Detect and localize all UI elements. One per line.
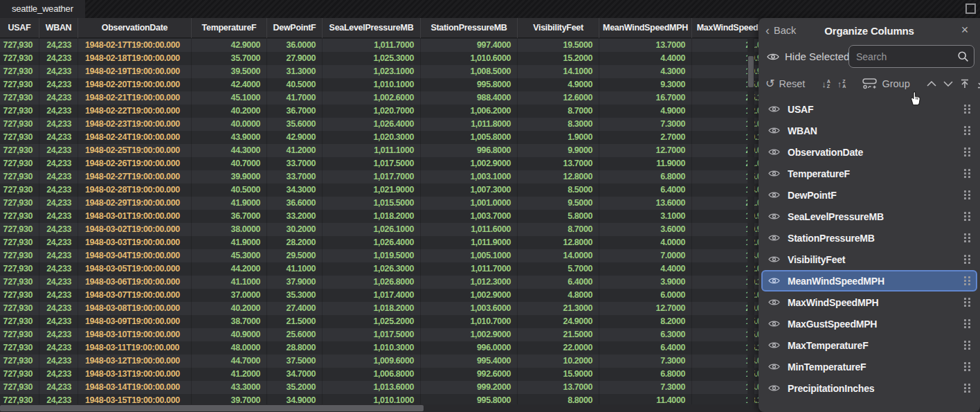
drag-handle-icon[interactable]: [964, 212, 970, 221]
organize-column-item-observationdate[interactable]: ObservationDate: [761, 141, 977, 163]
column-header-usaf[interactable]: USAF: [0, 18, 39, 38]
organize-column-item-mintemperaturef[interactable]: MinTemperatureF: [761, 356, 977, 377]
eye-icon[interactable]: [768, 363, 780, 370]
table-row: 727,93024,2331948-02-29T19:00:00.00041.9…: [0, 197, 759, 210]
column-header-sealevelpressuremb[interactable]: SeaLevelPressureMB: [323, 18, 421, 38]
table-cell: 10.2000: [518, 355, 599, 368]
column-label: PrecipitationInches: [788, 383, 956, 394]
table-cell: 9.3000: [599, 78, 692, 91]
group-button[interactable]: Group: [862, 78, 909, 89]
column-label: TemperatureF: [788, 168, 956, 179]
eye-icon[interactable]: [768, 105, 780, 113]
organize-column-item-temperaturef[interactable]: TemperatureF: [761, 163, 977, 184]
table-cell: 24,233: [39, 262, 78, 276]
organize-column-item-usaf[interactable]: USAF: [761, 98, 977, 120]
table-cell: 727,930: [0, 118, 39, 131]
organize-column-item-maxwindspeedmph[interactable]: MaxWindSpeedMPH: [761, 292, 977, 313]
organize-column-item-stationpressuremb[interactable]: StationPressureMB: [761, 227, 977, 249]
eye-icon[interactable]: [768, 256, 780, 263]
table-cell: 45.3000: [192, 249, 267, 262]
sort-ascending-button[interactable]: ↓ AZ: [822, 79, 831, 89]
eye-icon[interactable]: [768, 341, 780, 349]
table-cell: 1948-03-02T19:00:00.000: [78, 223, 192, 236]
organize-column-item-maxtemperaturef[interactable]: MaxTemperatureF: [761, 334, 977, 356]
window-maximize-icon[interactable]: [965, 3, 976, 14]
organize-column-item-sealevelpressuremb[interactable]: SeaLevelPressureMB: [761, 206, 977, 227]
eye-icon[interactable]: [768, 213, 780, 220]
table-cell: 24.9000: [518, 315, 599, 328]
group-icon: [862, 78, 878, 89]
drag-handle-icon[interactable]: [964, 233, 970, 242]
eye-icon[interactable]: [768, 148, 780, 156]
column-label: MaxTemperatureF: [788, 340, 956, 351]
drag-handle-icon[interactable]: [964, 169, 970, 178]
search-input[interactable]: [849, 45, 974, 68]
table-row: 727,93024,2331948-03-06T19:00:00.00041.1…: [0, 276, 759, 289]
vertical-scrollbar[interactable]: [747, 38, 754, 404]
drag-handle-icon[interactable]: [964, 341, 970, 350]
table-cell: 1948-03-14T19:00:00.000: [78, 381, 192, 394]
organize-column-item-maxgustspeedmph[interactable]: MaxGustSpeedMPH: [761, 313, 977, 334]
vertical-scrollbar-thumb[interactable]: [748, 56, 754, 87]
sort-descending-button[interactable]: ↑ ZA: [837, 79, 846, 89]
eye-icon[interactable]: [768, 298, 780, 306]
drag-handle-icon[interactable]: [964, 126, 970, 135]
horizontal-scrollbar-thumb[interactable]: [0, 405, 424, 411]
close-icon[interactable]: ×: [958, 23, 972, 37]
table-cell: 1948-02-23T19:00:00.000: [78, 118, 192, 131]
organize-column-item-meanwindspeedmph[interactable]: MeanWindSpeedMPH: [761, 270, 977, 292]
drag-handle-icon[interactable]: [964, 276, 970, 285]
table-row: 727,93024,2331948-02-28T19:00:00.00040.5…: [0, 183, 759, 197]
eye-icon[interactable]: [768, 127, 780, 134]
organize-column-item-dewpointf[interactable]: DewPointF: [761, 184, 977, 206]
table-cell: 16.7000: [599, 91, 692, 105]
eye-icon[interactable]: [768, 234, 780, 242]
table-cell: 40.2000: [192, 302, 267, 315]
table-cell: 24,233: [39, 131, 78, 144]
column-header-temperaturef[interactable]: TemperatureF: [192, 18, 267, 38]
move-to-bottom-button[interactable]: [977, 79, 980, 89]
table-cell: 727,930: [0, 328, 39, 341]
drag-handle-icon[interactable]: [964, 298, 970, 307]
tab-seattle-weather[interactable]: seattle_weather: [0, 0, 85, 18]
column-header-stationpressuremb[interactable]: StationPressureMB: [421, 18, 518, 38]
table-row: 727,93024,2331948-02-22T19:00:00.00040.2…: [0, 105, 759, 118]
eye-icon[interactable]: [768, 191, 780, 199]
drag-handle-icon[interactable]: [964, 319, 970, 328]
column-header-observationdate[interactable]: ObservationDate: [78, 18, 192, 38]
table-cell: 29.5000: [267, 249, 323, 262]
organize-column-item-wban[interactable]: WBAN: [761, 120, 977, 141]
drag-handle-icon[interactable]: [964, 384, 970, 393]
column-header-visibilityfeet[interactable]: VisibilityFeet: [518, 18, 599, 38]
table-cell: 6.3000: [599, 328, 692, 341]
hide-selected-button[interactable]: Hide Selected: [767, 51, 849, 62]
table-cell: 727,930: [0, 170, 39, 183]
table-cell: 727,930: [0, 355, 39, 368]
drag-handle-icon[interactable]: [964, 362, 970, 371]
column-header-meanwindspeedmph[interactable]: MeanWindSpeedMPH: [599, 18, 692, 38]
move-down-button[interactable]: [943, 81, 953, 87]
move-up-button[interactable]: [927, 81, 936, 87]
drag-handle-icon[interactable]: [964, 190, 970, 199]
organize-column-item-precipitationinches[interactable]: PrecipitationInches: [761, 377, 977, 399]
eye-icon[interactable]: [768, 384, 780, 392]
column-header-wban[interactable]: WBAN: [39, 18, 78, 38]
column-header-dewpointf[interactable]: DewPointF: [267, 18, 323, 38]
table-row: 727,93024,2331948-03-05T19:00:00.00044.2…: [0, 262, 759, 276]
table-cell: 1,018.2000: [323, 302, 421, 315]
table-cell: 8.2000: [599, 315, 692, 328]
move-to-top-button[interactable]: [960, 79, 970, 89]
table-cell: 1948-02-28T19:00:00.000: [78, 183, 192, 197]
eye-icon[interactable]: [768, 320, 780, 328]
drag-handle-icon[interactable]: [964, 255, 970, 264]
drag-handle-icon[interactable]: [964, 147, 970, 156]
drag-handle-icon[interactable]: [964, 105, 970, 114]
table-cell: 1948-02-21T19:00:00.000: [78, 91, 192, 105]
horizontal-scrollbar[interactable]: [0, 404, 759, 412]
eye-icon[interactable]: [768, 277, 780, 285]
table-cell: 35.3000: [267, 289, 323, 302]
eye-icon[interactable]: [768, 170, 780, 177]
reset-button[interactable]: ↺ Reset: [765, 78, 805, 89]
organize-column-item-visibilityfeet[interactable]: VisibilityFeet: [761, 249, 977, 270]
column-header-maxwindspeedmph[interactable]: MaxWindSpeedMPH: [692, 18, 759, 38]
